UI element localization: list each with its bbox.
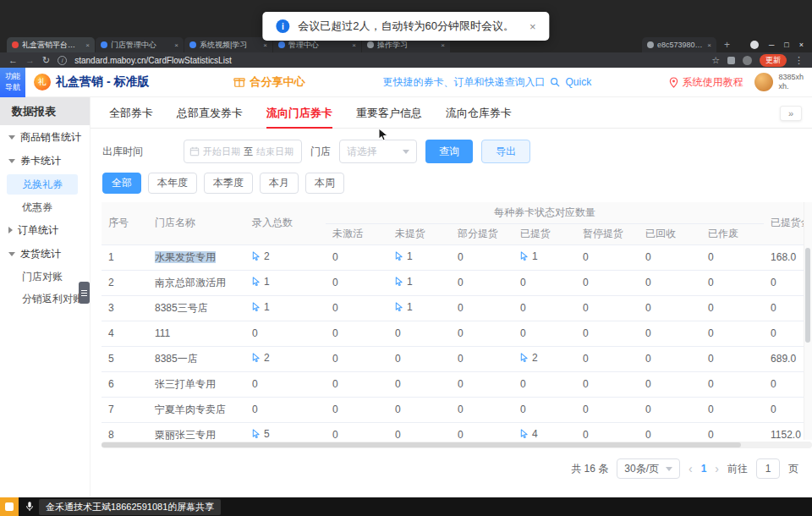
count-link[interactable]: 1 (395, 301, 413, 313)
horizontal-scrollbar[interactable] (102, 442, 812, 448)
back-button[interactable]: ← (8, 55, 18, 65)
sidebar-item-分销返利对账[interactable]: 分销返利对账 (0, 288, 90, 310)
meeting-app-icon[interactable] (0, 497, 19, 516)
count-link[interactable]: 4 (520, 428, 538, 440)
nav-toggle-button[interactable]: 功能导航 (0, 68, 25, 97)
tab-流向门店券卡[interactable]: 流向门店券卡 (266, 97, 332, 129)
user-name-line1: 8385xh (778, 73, 804, 82)
chevron-down-icon (666, 467, 672, 471)
close-button[interactable]: × (799, 41, 804, 49)
url-text[interactable]: standard.maboy.cn/CardFlowStatisticsList (74, 56, 704, 65)
cell-count: 0 (701, 371, 764, 397)
screen-share-text: 金禾通技术王斌18662591081的屏幕共享 (39, 499, 221, 515)
browser-tab[interactable]: 礼盒营销平台管理中心× (7, 37, 95, 52)
count-link[interactable]: 1 (520, 250, 538, 262)
quick-filter-本月[interactable]: 本月 (260, 173, 299, 194)
page-number[interactable]: 1 (701, 463, 707, 475)
profile-avatar[interactable] (743, 56, 752, 65)
quick-filter-本周[interactable]: 本周 (305, 173, 344, 194)
goto-page-input[interactable]: 1 (756, 458, 780, 479)
cell-count: 1 (245, 270, 326, 295)
new-tab-button[interactable]: + (717, 37, 737, 52)
tab-close-icon[interactable]: × (707, 41, 711, 49)
pin-icon (669, 77, 678, 88)
tab-全部券卡[interactable]: 全部券卡 (109, 97, 153, 129)
table-head: 序号门店名称录入总数每种券卡状态对应数量已提货金额未激活未提货部分提货已提货暂停… (102, 202, 812, 244)
user-name: 8385xh xh. (778, 73, 804, 92)
filter-row: 出库时间 开始日期 至 结束日期 门店 请选择 查询 导出 (91, 129, 812, 171)
count-link[interactable]: 2 (520, 352, 538, 364)
count-link[interactable]: 2 (252, 250, 270, 262)
table-row: 1水果发货专用20101000168.0 (102, 244, 812, 270)
next-page-button[interactable]: › (715, 462, 719, 475)
export-button[interactable]: 导出 (481, 140, 530, 163)
page-size-select[interactable]: 30条/页 (617, 458, 680, 479)
count-link[interactable]: 1 (395, 276, 413, 288)
tab-总部直发券卡[interactable]: 总部直发券卡 (177, 97, 243, 129)
tab-流向仓库券卡[interactable]: 流向仓库券卡 (446, 97, 512, 129)
pointer-icon (395, 277, 403, 287)
tab-close-icon[interactable]: × (352, 41, 356, 49)
sidebar-group-发货统计[interactable]: 发货统计 (0, 242, 90, 266)
cell-count: 0 (388, 346, 451, 371)
browser-menu-icon[interactable]: ⋮ (794, 55, 804, 66)
pointer-icon (252, 302, 261, 312)
quick-filter-本季度[interactable]: 本季度 (204, 173, 253, 194)
quick-search[interactable]: 更快捷的券卡、订单和快递查询入口 Quick (382, 75, 591, 90)
sidebar-item-门店对账[interactable]: 门店对账 (0, 266, 90, 288)
browser-tab[interactable]: e8c573980b1328a258fd2e6|...× (642, 37, 716, 52)
reload-button[interactable]: ↻ (42, 55, 50, 66)
tab-close-icon[interactable]: × (85, 41, 90, 49)
cell-count: 2 (513, 346, 576, 371)
banner-close-icon[interactable]: × (529, 20, 536, 33)
count-link[interactable]: 2 (252, 352, 270, 364)
tab-close-icon[interactable]: × (174, 41, 178, 49)
sidebar-group-订单统计[interactable]: 订单统计 (0, 218, 90, 242)
quick-filter-全部[interactable]: 全部 (102, 173, 141, 194)
sidebar-collapse-handle[interactable] (79, 282, 90, 304)
site-info-icon[interactable]: i (58, 56, 67, 65)
maximize-button[interactable]: □ (784, 41, 788, 49)
cell-count: 0 (576, 270, 639, 295)
sidebar-group-券卡统计[interactable]: 券卡统计 (0, 149, 90, 173)
count-link[interactable]: 1 (252, 276, 270, 288)
count-link[interactable]: 1 (395, 250, 413, 262)
minimize-button[interactable]: ─ (769, 41, 774, 49)
user-avatar[interactable] (754, 73, 773, 91)
browser-profile-icon[interactable] (750, 41, 759, 49)
forward-button[interactable]: → (25, 55, 35, 65)
tab-close-icon[interactable]: × (441, 41, 445, 49)
count-link[interactable]: 1 (252, 301, 270, 313)
extensions-icon[interactable] (727, 57, 735, 64)
panel-collapse-button[interactable]: » (780, 106, 802, 121)
search-button[interactable]: 查询 (425, 140, 473, 163)
prev-page-button[interactable]: ‹ (689, 462, 693, 475)
tab-重要客户信息[interactable]: 重要客户信息 (356, 97, 422, 129)
sidebar-group-商品销售统计[interactable]: 商品销售统计 (0, 125, 90, 149)
microphone-icon[interactable] (25, 501, 34, 513)
sidebar-item-优惠券[interactable]: 优惠券 (0, 196, 90, 218)
tab-favicon (101, 41, 107, 48)
cell-count: 0 (639, 321, 701, 346)
cell-store-name: 南京总部激活用 (148, 270, 245, 295)
browser-tab[interactable]: 门店管理中心× (96, 37, 184, 52)
bookmark-star-icon[interactable]: ☆ (711, 55, 720, 66)
cell-index: 4 (102, 321, 148, 346)
brand: 礼 礼盒营销 - 标准版 (34, 74, 149, 91)
sidebar: 数据报表 商品销售统计券卡统计兑换礼券优惠券订单统计发货统计门店对账分销返利对账 (0, 97, 91, 497)
time-filter-label: 出库时间 (102, 145, 175, 159)
cell-count: 0 (701, 244, 764, 270)
tab-close-icon[interactable]: × (263, 41, 267, 49)
share-center-link[interactable]: 合分享中心 (233, 74, 304, 90)
count-link[interactable]: 5 (252, 428, 270, 440)
tutorial-link[interactable]: 系统使用教程 (669, 75, 743, 90)
browser-tab[interactable]: 系统视频|学习× (184, 37, 272, 52)
vertical-scrollbar[interactable] (804, 202, 812, 440)
pointer-icon (252, 251, 261, 261)
share-center-label: 合分享中心 (250, 74, 304, 90)
sidebar-item-兑换礼券[interactable]: 兑换礼券 (7, 174, 78, 195)
quick-filter-本年度[interactable]: 本年度 (148, 173, 197, 194)
browser-update-button[interactable]: 更新 (760, 54, 787, 67)
date-range-input[interactable]: 开始日期 至 结束日期 (184, 140, 302, 163)
table-row: 8粟丽张三专用500040001152.0 (102, 422, 812, 440)
